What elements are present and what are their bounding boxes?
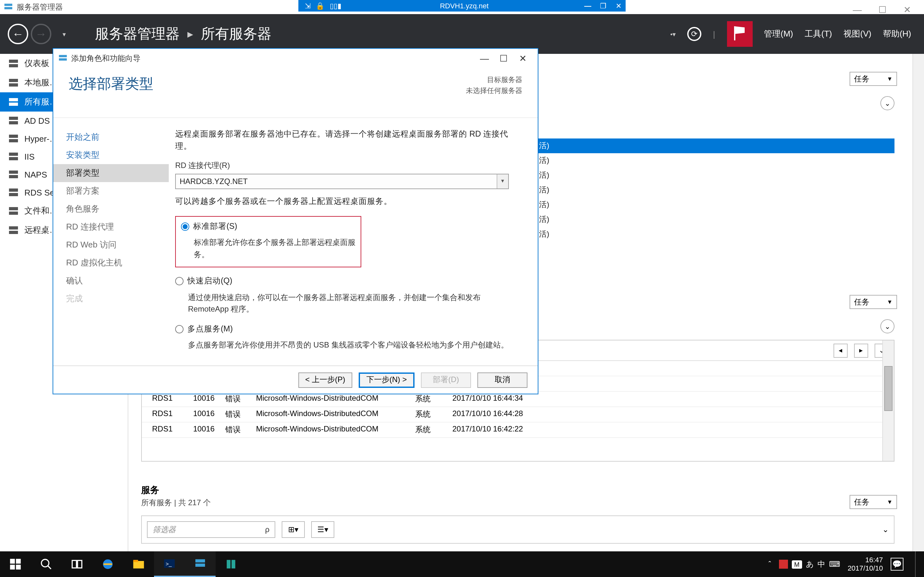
tasks-dropdown-services[interactable]: 任务▼ xyxy=(850,495,897,509)
radio-group-standard: 标准部署(S) 标准部署允许你在多个服务器上部署远程桌面服务。 xyxy=(175,216,361,268)
events-scrollbar[interactable] xyxy=(882,340,894,461)
remote-close-button[interactable]: ✕ xyxy=(612,2,626,10)
svg-rect-22 xyxy=(59,55,67,57)
rd-broker-combobox[interactable]: HARDCB.YZQ.NET ▾ xyxy=(175,174,509,189)
radio-standard-input[interactable] xyxy=(181,222,189,231)
svg-rect-0 xyxy=(5,4,13,6)
host-minimize-button[interactable]: — xyxy=(853,5,862,15)
tray-chevron-icon[interactable]: ˆ xyxy=(768,560,771,569)
services-filter-input[interactable]: 筛选器 ρ xyxy=(147,521,275,538)
task-view-button[interactable] xyxy=(61,551,92,577)
radio-quick-input[interactable] xyxy=(175,277,184,285)
host-close-button[interactable]: ✕ xyxy=(903,5,911,15)
action-center-button[interactable]: 💬 xyxy=(891,558,903,571)
taskbar-app-ie[interactable] xyxy=(92,551,123,577)
wizard-maximize-button[interactable]: ☐ xyxy=(494,53,513,63)
sidebar-rds-icon xyxy=(8,187,19,197)
svg-rect-33 xyxy=(133,561,144,568)
nav-back-button[interactable]: ← xyxy=(8,24,28,44)
wizard-close-button[interactable]: ✕ xyxy=(513,53,533,63)
taskbar-app-powershell[interactable]: >_ xyxy=(154,551,185,577)
wizard-step[interactable]: RD 连接代理 xyxy=(53,218,169,236)
clock[interactable]: 16:47 2017/10/10 xyxy=(848,556,883,573)
menu-help[interactable]: 帮助(H) xyxy=(883,28,911,40)
remote-minimize-button[interactable]: — xyxy=(581,2,595,10)
radio-quick[interactable]: 快速启动(Q) xyxy=(175,276,519,288)
menu-view[interactable]: 视图(V) xyxy=(843,28,871,40)
menu-tools[interactable]: 工具(T) xyxy=(804,28,832,40)
chevron-down-icon[interactable]: ▾ xyxy=(497,175,508,189)
services-menu2-button[interactable]: ☰▾ xyxy=(311,521,334,538)
refresh-button[interactable]: ⟳ xyxy=(687,27,701,41)
wizard-step[interactable]: 部署类型 xyxy=(53,164,169,182)
section-collapse-button-servers[interactable]: ⌄ xyxy=(880,96,895,110)
svg-rect-15 xyxy=(9,175,18,178)
radio-multipoint-label: 多点服务(M) xyxy=(187,323,233,335)
event-row[interactable]: RDS110016错误Microsoft-Windows-Distributed… xyxy=(142,422,894,438)
radio-standard[interactable]: 标准部署(S) xyxy=(181,220,355,233)
deploy-button: 部署(D) xyxy=(421,372,471,388)
remote-connection-bar: ⇲ 🔒 ▯▯▮ RDVH1.yzq.net — ❐ ✕ xyxy=(298,0,626,11)
wizard-minimize-button[interactable]: — xyxy=(475,53,494,63)
wizard-step[interactable]: 开始之前 xyxy=(53,128,169,146)
prev-button[interactable]: < 上一步(P) xyxy=(298,372,352,388)
events-scroll-left-button[interactable]: ◂ xyxy=(834,343,848,358)
ribbon-dropdown-icon[interactable]: •▾ xyxy=(670,31,676,37)
wizard-step[interactable]: 部署方案 xyxy=(53,182,169,200)
sidebar-item-label: IIS xyxy=(24,152,35,161)
tasks-dropdown-servers[interactable]: 任务▼ xyxy=(850,72,897,86)
start-button[interactable] xyxy=(0,551,31,577)
svg-rect-6 xyxy=(9,98,18,101)
taskbar-app-server-manager[interactable] xyxy=(185,551,216,577)
svg-rect-34 xyxy=(133,560,138,562)
events-scroll-right-button[interactable]: ▸ xyxy=(854,343,868,358)
section-collapse-button-events[interactable]: ⌄ xyxy=(880,319,895,334)
nav-forward-button[interactable]: → xyxy=(31,24,51,44)
taskbar-app-explorer[interactable] xyxy=(123,551,154,577)
sidebar-file-icon xyxy=(8,206,19,216)
system-tray: ˆ M あ 中 ⌨ 16:47 2017/10/10 💬 xyxy=(768,551,924,577)
services-expand-button[interactable]: ⌄ xyxy=(882,525,889,534)
show-desktop-button[interactable] xyxy=(915,551,919,577)
ime-keyboard-icon[interactable]: ⌨ xyxy=(829,560,840,569)
services-heading: 服务 xyxy=(141,485,159,496)
pin-icon[interactable]: ⇲ xyxy=(305,2,310,10)
wizard-header: 选择部署类型 目标服务器 未选择任何服务器 xyxy=(53,68,538,118)
svg-rect-18 xyxy=(9,207,18,210)
app-title-text: 服务器管理器 xyxy=(17,2,63,13)
rd-broker-value: HARDCB.YZQ.NET xyxy=(180,176,248,187)
nav-dropdown-icon[interactable]: ▾ xyxy=(54,24,74,44)
host-maximize-button[interactable]: ☐ xyxy=(879,5,887,15)
wizard-step[interactable]: 角色服务 xyxy=(53,200,169,218)
radio-multipoint-input[interactable] xyxy=(175,325,184,334)
wizard-dialog: 添加角色和功能向导 — ☐ ✕ 选择部署类型 目标服务器 未选择任何服务器 开始… xyxy=(53,48,538,394)
search-icon[interactable]: ρ xyxy=(265,525,270,534)
sidebar-all-servers-icon xyxy=(8,97,19,107)
breadcrumb-root[interactable]: 服务器管理器 xyxy=(95,24,180,44)
sidebar-dashboard-icon xyxy=(8,58,19,69)
main-scrollbar[interactable] xyxy=(913,54,924,551)
menu-manage[interactable]: 管理(M) xyxy=(764,28,793,40)
wizard-step[interactable]: 安装类型 xyxy=(53,146,169,164)
svg-rect-37 xyxy=(195,559,205,562)
ime-indicator[interactable]: M あ 中 ⌨ xyxy=(779,559,840,570)
ime-mode-m: M xyxy=(792,560,802,568)
cancel-button[interactable]: 取消 xyxy=(477,372,527,388)
sidebar-adds-icon xyxy=(8,115,19,126)
wizard-step[interactable]: RD Web 访问 xyxy=(53,236,169,254)
svg-rect-4 xyxy=(9,79,18,82)
event-row[interactable]: RDS110016错误Microsoft-Windows-Distributed… xyxy=(142,407,894,422)
next-button[interactable]: 下一步(N) > xyxy=(359,372,415,388)
wizard-step[interactable]: RD 虚拟化主机 xyxy=(53,254,169,272)
remote-restore-button[interactable]: ❐ xyxy=(596,2,610,10)
services-menu1-button[interactable]: ⊞▾ xyxy=(282,521,305,538)
taskbar-search-button[interactable] xyxy=(31,551,61,577)
wizard-step: 完成 xyxy=(53,290,169,308)
svg-rect-2 xyxy=(9,60,18,63)
radio-multipoint[interactable]: 多点服务(M) xyxy=(175,323,519,335)
svg-line-29 xyxy=(48,566,51,569)
wizard-step[interactable]: 确认 xyxy=(53,272,169,290)
tasks-dropdown-events[interactable]: 任务▼ xyxy=(850,295,897,309)
notification-flag-icon[interactable] xyxy=(727,21,752,47)
taskbar-app-rds[interactable] xyxy=(216,551,246,577)
